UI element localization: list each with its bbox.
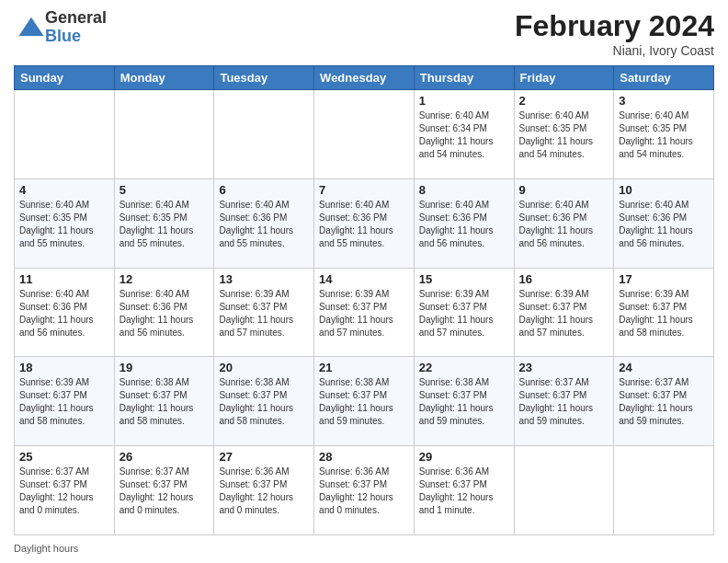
logo: General Blue <box>14 9 107 46</box>
calendar-cell <box>114 90 214 179</box>
calendar-cell <box>614 446 714 535</box>
calendar: SundayMondayTuesdayWednesdayThursdayFrid… <box>14 65 714 535</box>
day-number: 16 <box>519 272 609 286</box>
day-number: 18 <box>19 361 109 374</box>
col-header-friday: Friday <box>514 66 614 90</box>
day-number: 13 <box>219 272 309 286</box>
day-number: 10 <box>619 183 709 197</box>
day-number: 21 <box>319 361 409 374</box>
title-location: Niani, Ivory Coast <box>515 43 714 58</box>
col-header-monday: Monday <box>114 66 214 90</box>
calendar-cell <box>314 90 415 179</box>
day-info: Sunrise: 6:40 AM Sunset: 6:35 PM Dayligh… <box>519 109 609 161</box>
day-info: Sunrise: 6:38 AM Sunset: 6:37 PM Dayligh… <box>119 376 210 428</box>
day-info: Sunrise: 6:38 AM Sunset: 6:37 PM Dayligh… <box>319 376 409 428</box>
calendar-week-row: 18Sunrise: 6:39 AM Sunset: 6:37 PM Dayli… <box>15 357 714 446</box>
day-info: Sunrise: 6:36 AM Sunset: 6:37 PM Dayligh… <box>219 465 309 517</box>
calendar-week-row: 25Sunrise: 6:37 AM Sunset: 6:37 PM Dayli… <box>15 446 714 535</box>
day-number: 5 <box>119 183 210 197</box>
calendar-cell <box>15 90 115 179</box>
calendar-cell: 22Sunrise: 6:38 AM Sunset: 6:37 PM Dayli… <box>414 357 514 446</box>
calendar-cell: 14Sunrise: 6:39 AM Sunset: 6:37 PM Dayli… <box>314 268 415 357</box>
day-info: Sunrise: 6:39 AM Sunset: 6:37 PM Dayligh… <box>519 288 609 339</box>
calendar-cell: 26Sunrise: 6:37 AM Sunset: 6:37 PM Dayli… <box>114 446 214 535</box>
calendar-week-row: 1Sunrise: 6:40 AM Sunset: 6:34 PM Daylig… <box>15 90 714 179</box>
day-info: Sunrise: 6:40 AM Sunset: 6:34 PM Dayligh… <box>419 109 509 161</box>
calendar-week-row: 4Sunrise: 6:40 AM Sunset: 6:35 PM Daylig… <box>15 178 714 268</box>
day-number: 11 <box>19 272 109 286</box>
col-header-sunday: Sunday <box>15 66 115 90</box>
logo-text: General Blue <box>45 9 107 46</box>
col-header-thursday: Thursday <box>414 66 514 90</box>
calendar-cell: 17Sunrise: 6:39 AM Sunset: 6:37 PM Dayli… <box>614 268 714 357</box>
day-info: Sunrise: 6:40 AM Sunset: 6:36 PM Dayligh… <box>219 199 309 250</box>
logo-icon <box>17 14 45 41</box>
calendar-cell: 6Sunrise: 6:40 AM Sunset: 6:36 PM Daylig… <box>214 178 314 268</box>
day-info: Sunrise: 6:37 AM Sunset: 6:37 PM Dayligh… <box>119 465 210 517</box>
day-number: 24 <box>619 361 709 374</box>
day-info: Sunrise: 6:38 AM Sunset: 6:37 PM Dayligh… <box>419 376 509 428</box>
day-number: 14 <box>319 272 409 286</box>
title-month: February 2024 <box>515 9 714 43</box>
logo-blue: Blue <box>45 28 107 46</box>
day-info: Sunrise: 6:37 AM Sunset: 6:37 PM Dayligh… <box>619 376 709 428</box>
day-info: Sunrise: 6:40 AM Sunset: 6:36 PM Dayligh… <box>519 199 609 250</box>
day-number: 23 <box>519 361 609 374</box>
calendar-cell: 7Sunrise: 6:40 AM Sunset: 6:36 PM Daylig… <box>314 178 415 268</box>
day-info: Sunrise: 6:40 AM Sunset: 6:36 PM Dayligh… <box>19 288 109 339</box>
day-info: Sunrise: 6:39 AM Sunset: 6:37 PM Dayligh… <box>319 288 409 339</box>
calendar-header-row: SundayMondayTuesdayWednesdayThursdayFrid… <box>15 66 714 90</box>
day-number: 1 <box>419 94 509 108</box>
day-info: Sunrise: 6:40 AM Sunset: 6:36 PM Dayligh… <box>419 199 509 250</box>
day-number: 15 <box>419 272 509 286</box>
day-info: Sunrise: 6:36 AM Sunset: 6:37 PM Dayligh… <box>319 465 409 517</box>
calendar-cell: 29Sunrise: 6:36 AM Sunset: 6:37 PM Dayli… <box>414 446 514 535</box>
calendar-cell: 1Sunrise: 6:40 AM Sunset: 6:34 PM Daylig… <box>414 90 514 179</box>
day-info: Sunrise: 6:39 AM Sunset: 6:37 PM Dayligh… <box>19 376 109 428</box>
calendar-cell: 19Sunrise: 6:38 AM Sunset: 6:37 PM Dayli… <box>114 357 214 446</box>
calendar-cell: 10Sunrise: 6:40 AM Sunset: 6:36 PM Dayli… <box>614 178 714 268</box>
col-header-wednesday: Wednesday <box>314 66 415 90</box>
day-number: 17 <box>619 272 709 286</box>
calendar-cell: 11Sunrise: 6:40 AM Sunset: 6:36 PM Dayli… <box>15 268 115 357</box>
day-info: Sunrise: 6:39 AM Sunset: 6:37 PM Dayligh… <box>419 288 509 339</box>
calendar-cell: 15Sunrise: 6:39 AM Sunset: 6:37 PM Dayli… <box>414 268 514 357</box>
calendar-cell: 18Sunrise: 6:39 AM Sunset: 6:37 PM Dayli… <box>15 357 115 446</box>
day-info: Sunrise: 6:38 AM Sunset: 6:37 PM Dayligh… <box>219 376 309 428</box>
calendar-cell: 3Sunrise: 6:40 AM Sunset: 6:35 PM Daylig… <box>614 90 714 179</box>
day-number: 9 <box>519 183 609 197</box>
day-number: 25 <box>19 450 109 464</box>
calendar-cell: 13Sunrise: 6:39 AM Sunset: 6:37 PM Dayli… <box>214 268 314 357</box>
calendar-cell <box>514 446 614 535</box>
day-number: 6 <box>219 183 309 197</box>
calendar-cell: 21Sunrise: 6:38 AM Sunset: 6:37 PM Dayli… <box>314 357 415 446</box>
day-number: 7 <box>319 183 409 197</box>
logo-general: General <box>45 9 107 28</box>
calendar-cell: 2Sunrise: 6:40 AM Sunset: 6:35 PM Daylig… <box>514 90 614 179</box>
calendar-cell: 5Sunrise: 6:40 AM Sunset: 6:35 PM Daylig… <box>114 178 214 268</box>
day-number: 20 <box>219 361 309 374</box>
col-header-tuesday: Tuesday <box>214 66 314 90</box>
calendar-cell: 25Sunrise: 6:37 AM Sunset: 6:37 PM Dayli… <box>15 446 115 535</box>
day-number: 2 <box>519 94 609 108</box>
calendar-cell: 9Sunrise: 6:40 AM Sunset: 6:36 PM Daylig… <box>514 178 614 268</box>
day-number: 19 <box>119 361 210 374</box>
day-info: Sunrise: 6:37 AM Sunset: 6:37 PM Dayligh… <box>19 465 109 517</box>
day-info: Sunrise: 6:40 AM Sunset: 6:36 PM Dayligh… <box>119 288 210 339</box>
day-info: Sunrise: 6:39 AM Sunset: 6:37 PM Dayligh… <box>619 288 709 339</box>
daylight-label: Daylight hours <box>14 543 78 554</box>
calendar-cell: 28Sunrise: 6:36 AM Sunset: 6:37 PM Dayli… <box>314 446 415 535</box>
day-number: 26 <box>119 450 210 464</box>
calendar-week-row: 11Sunrise: 6:40 AM Sunset: 6:36 PM Dayli… <box>15 268 714 357</box>
day-info: Sunrise: 6:40 AM Sunset: 6:35 PM Dayligh… <box>119 199 210 250</box>
page: General Blue February 2024 Niani, Ivory … <box>0 0 728 563</box>
day-number: 28 <box>319 450 409 464</box>
day-info: Sunrise: 6:39 AM Sunset: 6:37 PM Dayligh… <box>219 288 309 339</box>
calendar-cell: 12Sunrise: 6:40 AM Sunset: 6:36 PM Dayli… <box>114 268 214 357</box>
day-number: 12 <box>119 272 210 286</box>
calendar-cell: 27Sunrise: 6:36 AM Sunset: 6:37 PM Dayli… <box>214 446 314 535</box>
calendar-cell <box>214 90 314 179</box>
svg-marker-0 <box>19 17 44 36</box>
day-info: Sunrise: 6:40 AM Sunset: 6:36 PM Dayligh… <box>319 199 409 250</box>
day-number: 3 <box>619 94 709 108</box>
